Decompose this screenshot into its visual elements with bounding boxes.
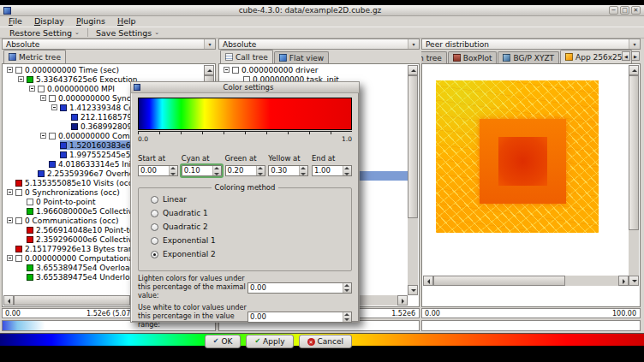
spinner-arrows[interactable] [299, 166, 307, 175]
coloring-method-options: LinearQuadratic 1Quadratic 2Exponential … [139, 193, 351, 261]
scroll-left-button[interactable] [3, 295, 14, 306]
radio-icon[interactable] [151, 210, 158, 217]
menu-file[interactable]: File [3, 16, 28, 27]
menu-plugins[interactable]: Plugins [70, 16, 111, 27]
spinbox-label: Yellow at [268, 154, 308, 163]
chevron-down-icon[interactable]: ▾ [629, 39, 640, 49]
collapse-icon[interactable] [7, 255, 13, 261]
system-color-strip [421, 320, 641, 331]
tab-metric-tree[interactable]: Metric tree [3, 50, 66, 63]
radio-icon[interactable] [151, 251, 158, 258]
spinner-arrows[interactable] [343, 283, 351, 293]
titlebar[interactable]: cube-4.3.0: data/example2D.cube.gz − □ ✕ [0, 5, 644, 16]
spinner-arrows[interactable] [343, 166, 351, 175]
tree-item[interactable]: 0.000000000 Time (sec) [3, 65, 204, 74]
call-value-mode-select[interactable]: Absolute ▾ [218, 39, 420, 50]
chevron-down-icon[interactable]: ▾ [408, 39, 419, 49]
severity-color-icon [15, 180, 22, 187]
scrollbar-thumb[interactable] [14, 295, 130, 306]
tab-boxplot[interactable]: BoxPlot [448, 51, 498, 63]
spinner-arrows[interactable] [169, 166, 177, 175]
dialog-titlebar[interactable]: Color settings [131, 82, 359, 93]
collapse-icon[interactable] [40, 133, 46, 139]
tab-call-tree[interactable]: Call tree [220, 50, 273, 63]
scroll-left-button[interactable] [423, 276, 433, 286]
spinbox-yellow-at[interactable]: 0.30 [268, 165, 308, 176]
collapse-icon[interactable] [224, 67, 230, 73]
radio-linear[interactable]: Linear [139, 193, 351, 206]
tab-flat-view[interactable]: Flat view [274, 51, 329, 63]
spinbox-start-at[interactable]: 0.00 [138, 165, 178, 176]
save-settings-label: Save Settings [96, 28, 152, 38]
vertical-scrollbar[interactable] [408, 65, 418, 295]
menu-display[interactable]: Display [28, 16, 70, 27]
spinbox-green-at[interactable]: 0.20 [225, 165, 265, 176]
spinner-arrows[interactable] [343, 312, 351, 322]
severity-color-icon [27, 236, 33, 243]
spinbox-label: Green at [225, 154, 265, 163]
white-spinbox[interactable]: 0.00 [247, 312, 352, 323]
scroll-up-button[interactable] [204, 65, 214, 75]
scrollbar-thumb[interactable] [629, 75, 639, 230]
metric-value-mode-select[interactable]: Absolute ▾ [2, 39, 216, 50]
collapse-icon[interactable] [7, 217, 13, 223]
scrollbar-thumb[interactable] [408, 75, 418, 218]
collapse-icon[interactable] [18, 76, 24, 82]
tab-scroll-right-icon[interactable]: ▶ [631, 51, 640, 61]
tab-bgp-xyzt[interactable]: BG/P XYZT [498, 51, 559, 63]
ok-button[interactable]: ✔ OK [205, 335, 242, 348]
spinner-arrows[interactable] [212, 166, 221, 175]
apply-button[interactable]: ✔ Apply [246, 335, 293, 348]
radio-icon[interactable] [151, 237, 158, 245]
scroll-down-button[interactable] [629, 276, 639, 286]
close-icon[interactable]: ✕ [631, 6, 641, 15]
scroll-right-button[interactable] [397, 295, 408, 306]
app-icon [3, 7, 11, 15]
scroll-right-button[interactable] [618, 276, 629, 286]
minimize-icon[interactable]: − [609, 6, 618, 15]
system-value-mode-select[interactable]: Peer distribution ▾ [421, 39, 641, 50]
horizontal-scrollbar[interactable] [423, 276, 629, 286]
collapse-icon[interactable] [40, 95, 46, 101]
radio-icon[interactable] [151, 223, 158, 231]
color-settings-dialog: Color settings 0.0 1.0 Start at0.00Cyan … [130, 81, 360, 323]
scroll-up-button[interactable] [629, 65, 639, 75]
severity-color-icon [60, 142, 67, 149]
radio-exponential-1[interactable]: Exponential 1 [139, 234, 351, 247]
lighten-spinbox[interactable]: 0.00 [247, 282, 352, 294]
chevron-down-icon[interactable]: ▾ [204, 39, 215, 49]
severity-color-icon [27, 199, 33, 205]
toolbar: Restore Setting ⌄ Save Settings ⌄ [0, 27, 644, 39]
check-icon: ✔ [213, 338, 219, 345]
system-value-mode-value: Peer distribution [426, 40, 489, 49]
tree-item[interactable]: 0.000000000 driver [220, 65, 408, 74]
radio-quadratic-1[interactable]: Quadratic 1 [139, 206, 351, 220]
cancel-button[interactable]: ✕ Cancel [299, 335, 353, 348]
spinner-arrows[interactable] [256, 166, 265, 175]
collapse-icon[interactable] [7, 67, 13, 73]
topology-heatmap[interactable] [436, 80, 599, 233]
white-label: Use white to color values under this per… [138, 304, 247, 329]
severity-color-icon [38, 170, 45, 177]
system-range-min: 0.00 [425, 310, 440, 317]
vertical-scrollbar[interactable] [629, 65, 639, 286]
topology-margin-area [423, 286, 629, 306]
topology-canvas[interactable] [423, 65, 629, 276]
radio-quadratic-2[interactable]: Quadratic 2 [139, 220, 351, 234]
save-settings-button[interactable]: Save Settings ⌄ [91, 27, 164, 39]
scrollbar-thumb[interactable] [433, 276, 565, 286]
collapse-icon[interactable] [7, 189, 13, 195]
radio-exponential-2[interactable]: Exponential 2 [139, 247, 351, 261]
menu-help[interactable]: Help [111, 16, 142, 27]
scroll-up-button[interactable] [408, 65, 418, 75]
spinbox-end-at[interactable]: 1.00 [312, 165, 352, 176]
restore-setting-button[interactable]: Restore Setting ⌄ [4, 27, 85, 39]
radio-icon[interactable] [151, 196, 158, 204]
collapse-icon[interactable] [51, 104, 57, 110]
tab-scroll-left-icon[interactable]: ◀ [622, 51, 630, 61]
collapse-icon[interactable] [29, 86, 35, 92]
spinbox-cyan-at[interactable]: 0.10 [182, 165, 222, 176]
maximize-icon[interactable]: □ [620, 6, 629, 15]
scroll-down-button[interactable] [408, 285, 418, 295]
tab-system-tree[interactable]: m tree [421, 51, 447, 63]
